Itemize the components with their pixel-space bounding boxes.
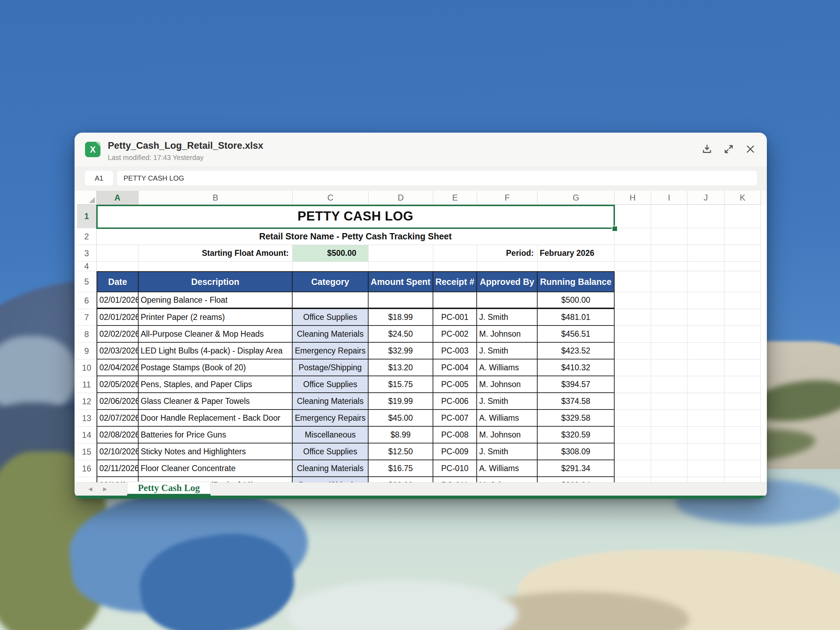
cell-K4[interactable] — [725, 262, 761, 271]
cell-D13-amount[interactable]: $45.00 — [369, 410, 433, 427]
cell-C13-category[interactable]: Emergency Repairs — [293, 410, 369, 427]
cell-J-empty[interactable] — [687, 427, 725, 444]
cell-H-empty[interactable] — [614, 410, 651, 427]
expand-button[interactable] — [723, 143, 735, 155]
cell-C6-category[interactable] — [293, 292, 369, 309]
cell-B13-description[interactable]: Door Handle Replacement - Back Door — [139, 410, 293, 427]
cell-D9-amount[interactable]: $32.99 — [369, 343, 433, 360]
cell-E14-receipt[interactable]: PC-008 — [433, 427, 477, 444]
cell-G9-balance[interactable]: $423.52 — [538, 343, 614, 360]
cell-B8-description[interactable]: All-Purpose Cleaner & Mop Heads — [139, 326, 293, 343]
cell-E4[interactable] — [433, 262, 477, 271]
cell-D6-amount[interactable] — [369, 292, 433, 309]
cell-E13-receipt[interactable]: PC-007 — [433, 410, 477, 427]
next-sheet-arrow[interactable]: ▸ — [100, 485, 110, 494]
cell-I-empty[interactable] — [651, 309, 687, 326]
cell-A12-date[interactable]: 02/06/2026 — [96, 393, 139, 410]
cell-G7-balance[interactable]: $481.01 — [538, 309, 614, 326]
cell-J-empty[interactable] — [687, 309, 725, 326]
cell-B10-description[interactable]: Postage Stamps (Book of 20) — [139, 360, 293, 376]
cell-B14-description[interactable]: Batteries for Price Guns — [139, 427, 293, 444]
cell-G6-balance[interactable]: $500.00 — [538, 292, 614, 309]
row-header-5[interactable]: 5 — [77, 271, 96, 292]
cell-I-empty[interactable] — [651, 245, 687, 262]
cell-H-empty[interactable] — [614, 245, 651, 262]
cell-E10-receipt[interactable]: PC-004 — [433, 360, 477, 376]
cell-K-empty[interactable] — [725, 292, 761, 309]
cell-H-empty[interactable] — [614, 393, 651, 410]
cell-D15-amount[interactable]: $12.50 — [369, 444, 433, 460]
cell-H-empty[interactable] — [614, 460, 651, 477]
cell-A2-subtitle[interactable]: Retail Store Name - Petty Cash Tracking … — [96, 228, 614, 245]
cell-C4[interactable] — [293, 262, 369, 271]
cell-B3-float-label[interactable]: Starting Float Amount: — [139, 245, 293, 262]
cell-J-empty[interactable] — [687, 228, 725, 245]
cell-F14-approved-by[interactable]: M. Johnson — [477, 427, 538, 444]
table-header-running-balance[interactable]: Running Balance — [538, 271, 614, 292]
cell-K-empty[interactable] — [725, 393, 761, 410]
row-header-8[interactable]: 8 — [77, 326, 96, 343]
cell-I-empty[interactable] — [651, 376, 687, 393]
cell-F3-period-label[interactable]: Period: — [477, 245, 538, 262]
cell-I4[interactable] — [651, 262, 687, 271]
cell-K-empty[interactable] — [725, 444, 761, 460]
cell-A6-date[interactable]: 02/01/2026 — [96, 292, 139, 309]
cell-F9-approved-by[interactable]: J. Smith — [477, 343, 538, 360]
cell-E7-receipt[interactable]: PC-001 — [433, 309, 477, 326]
cell-C9-category[interactable]: Emergency Repairs — [293, 343, 369, 360]
cell-D12-amount[interactable]: $19.99 — [369, 393, 433, 410]
column-header-D[interactable]: D — [369, 191, 433, 205]
formula-input[interactable]: PETTY CASH LOG — [117, 171, 757, 185]
cell-H-empty[interactable] — [614, 444, 651, 460]
cell-A13-date[interactable]: 02/07/2026 — [96, 410, 139, 427]
cell-B16-description[interactable]: Floor Cleaner Concentrate — [139, 460, 293, 477]
cell-D7-amount[interactable]: $18.99 — [369, 309, 433, 326]
cell-E6-receipt[interactable] — [433, 292, 477, 309]
cell-J-empty[interactable] — [687, 245, 725, 262]
cell-I-empty[interactable] — [651, 326, 687, 343]
cell-H-empty[interactable] — [614, 271, 651, 292]
row-header-6[interactable]: 6 — [77, 292, 96, 309]
cell-I-empty[interactable] — [651, 477, 687, 482]
cell-J-empty[interactable] — [687, 360, 725, 376]
cell-F13-approved-by[interactable]: A. Williams — [477, 410, 538, 427]
cell-J-empty[interactable] — [687, 477, 725, 482]
cell-C16-category[interactable]: Cleaning Materials — [293, 460, 369, 477]
column-header-C[interactable]: C — [293, 191, 369, 205]
cell-A10-date[interactable]: 02/04/2026 — [96, 360, 139, 376]
cell-K-empty[interactable] — [725, 410, 761, 427]
cell-E8-receipt[interactable]: PC-002 — [433, 326, 477, 343]
cell-C3-float-value[interactable]: $500.00 — [293, 245, 369, 262]
row-header-7[interactable]: 7 — [77, 309, 96, 326]
table-header-description[interactable]: Description — [139, 271, 293, 292]
cell-H-empty[interactable] — [614, 477, 651, 482]
cell-D8-amount[interactable]: $24.50 — [369, 326, 433, 343]
cell-D3[interactable] — [369, 245, 433, 262]
cell-A8-date[interactable]: 02/02/2026 — [96, 326, 139, 343]
cell-C17-category[interactable]: Postage/Shipping — [293, 477, 369, 482]
cell-G12-balance[interactable]: $374.58 — [538, 393, 614, 410]
cell-E12-receipt[interactable]: PC-006 — [433, 393, 477, 410]
cell-K-empty[interactable] — [725, 205, 761, 228]
row-header-3[interactable]: 3 — [77, 245, 96, 262]
cell-H-empty[interactable] — [614, 360, 651, 376]
row-header-16[interactable]: 16 — [77, 460, 96, 477]
cell-B7-description[interactable]: Printer Paper (2 reams) — [139, 309, 293, 326]
table-header-receipt-[interactable]: Receipt # — [433, 271, 477, 292]
cell-G15-balance[interactable]: $308.09 — [538, 444, 614, 460]
cell-J-empty[interactable] — [687, 205, 725, 228]
cell-H-empty[interactable] — [614, 228, 651, 245]
cell-A16-date[interactable]: 02/11/2026 — [96, 460, 139, 477]
row-header-14[interactable]: 14 — [77, 427, 96, 444]
cell-F4[interactable] — [477, 262, 538, 271]
table-header-approved-by[interactable]: Approved By — [477, 271, 538, 292]
cell-G13-balance[interactable]: $329.58 — [538, 410, 614, 427]
column-header-H[interactable]: H — [614, 191, 651, 205]
cell-H-empty[interactable] — [614, 343, 651, 360]
cell-K-empty[interactable] — [725, 245, 761, 262]
row-header-9[interactable]: 9 — [77, 343, 96, 360]
cell-H-empty[interactable] — [614, 205, 651, 228]
cell-E11-receipt[interactable]: PC-005 — [433, 376, 477, 393]
cell-K-empty[interactable] — [725, 427, 761, 444]
cell-C10-category[interactable]: Postage/Shipping — [293, 360, 369, 376]
